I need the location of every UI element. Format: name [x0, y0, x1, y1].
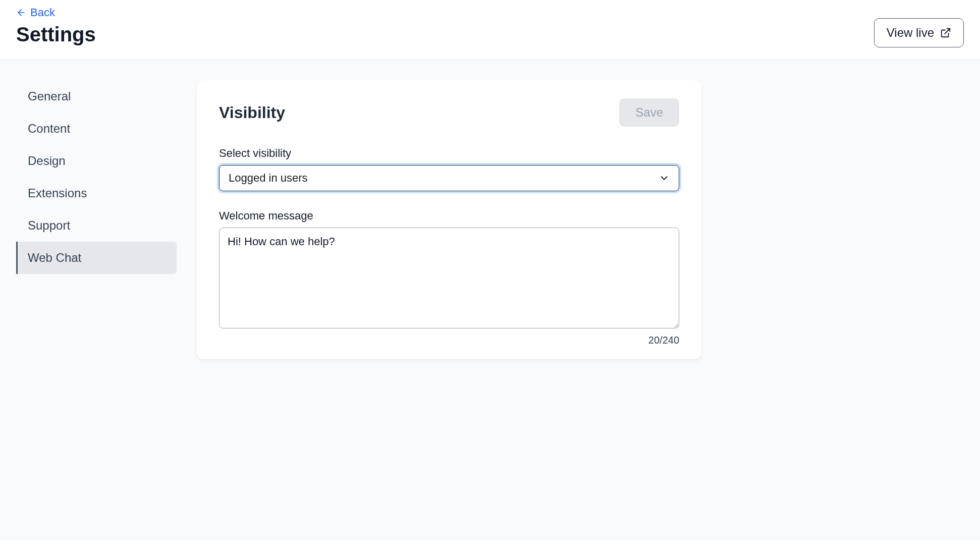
settings-sidebar: General Content Design Extensions Suppor…: [0, 80, 177, 274]
page-header: Back Settings View live: [0, 0, 980, 60]
visibility-field-group: Select visibility Logged in users: [219, 147, 679, 191]
visibility-label: Select visibility: [219, 147, 679, 160]
welcome-field-group: Welcome message 20/240: [219, 209, 679, 346]
sidebar-item-web-chat[interactable]: Web Chat: [16, 242, 177, 274]
sidebar-item-label: Web Chat: [28, 251, 81, 264]
sidebar-item-general[interactable]: General: [16, 80, 177, 113]
sidebar-item-design[interactable]: Design: [16, 145, 177, 177]
welcome-message-input[interactable]: [219, 228, 679, 328]
view-live-button[interactable]: View live: [874, 18, 964, 47]
sidebar-item-label: Extensions: [28, 186, 87, 200]
card-header: Visibility Save: [219, 98, 679, 127]
content-area: General Content Design Extensions Suppor…: [0, 60, 980, 540]
char-counter: 20/240: [219, 335, 679, 346]
visibility-select[interactable]: Logged in users: [220, 165, 679, 191]
chevron-down-icon: [659, 173, 670, 184]
sidebar-item-content[interactable]: Content: [16, 113, 177, 145]
save-button[interactable]: Save: [619, 98, 679, 127]
sidebar-item-label: Content: [28, 122, 70, 135]
visibility-value: Logged in users: [229, 172, 308, 185]
visibility-select-wrapper: Logged in users: [219, 165, 679, 191]
sidebar-item-label: Design: [28, 154, 66, 168]
visibility-card: Visibility Save Select visibility Logged…: [197, 80, 701, 359]
arrow-left-icon: [16, 8, 26, 18]
welcome-label: Welcome message: [219, 209, 679, 223]
page-title: Settings: [16, 23, 96, 46]
view-live-label: View live: [887, 26, 934, 40]
svg-line-1: [945, 29, 950, 34]
back-link[interactable]: Back: [16, 6, 55, 19]
card-title: Visibility: [219, 103, 285, 122]
sidebar-item-label: General: [28, 89, 71, 103]
sidebar-item-extensions[interactable]: Extensions: [16, 177, 177, 209]
back-label: Back: [30, 6, 55, 19]
header-left: Back Settings: [16, 6, 96, 46]
external-link-icon: [940, 27, 951, 38]
sidebar-item-label: Support: [28, 218, 70, 232]
sidebar-item-support[interactable]: Support: [16, 209, 177, 242]
